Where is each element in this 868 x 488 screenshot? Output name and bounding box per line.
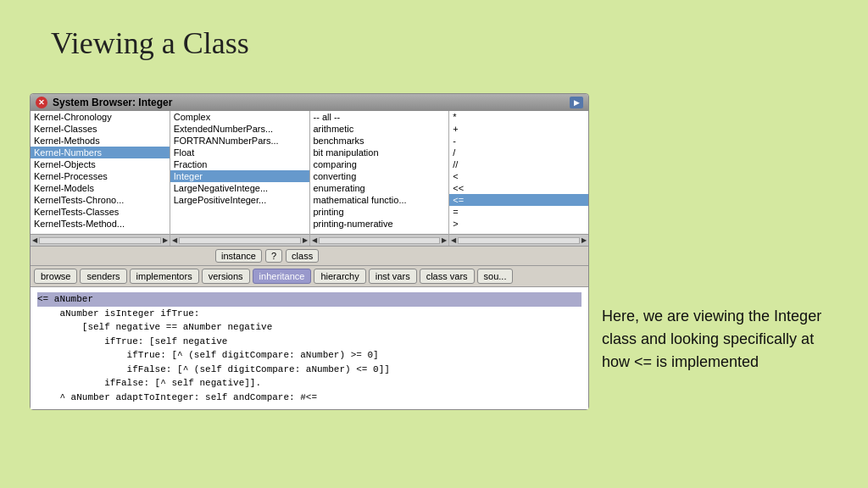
list-item[interactable]: FORTRANNumberPars... <box>170 135 309 147</box>
panel-col3-scrollbar: ◀ ▶ <box>310 234 449 246</box>
tab-class-vars[interactable]: class vars <box>420 269 475 284</box>
tab-implementors[interactable]: implementors <box>130 269 199 284</box>
list-item[interactable]: = <box>449 206 588 218</box>
list-item[interactable]: // <box>449 158 588 170</box>
list-item[interactable]: * <box>449 111 588 123</box>
tab-bar: browse senders implementors versions inh… <box>31 266 588 287</box>
list-item[interactable]: Kernel-Numbers <box>31 147 170 158</box>
list-item[interactable]: KernelTests-Method... <box>31 218 170 230</box>
list-item[interactable]: Kernel-Objects <box>31 158 170 170</box>
list-item[interactable]: << <box>449 182 588 194</box>
description-box: Here, we are viewing the Integer class a… <box>602 305 839 374</box>
list-item[interactable]: - <box>449 135 588 147</box>
list-item[interactable]: printing-numerative <box>310 218 449 230</box>
list-item[interactable]: < <box>449 170 588 182</box>
scroll-track[interactable] <box>458 237 580 244</box>
code-line: ^ aNumber adaptToInteger: self andCompar… <box>37 391 581 405</box>
list-item[interactable]: ExtendedNumberPars... <box>170 123 309 135</box>
scroll-left-arrow[interactable]: ◀ <box>312 236 317 244</box>
code-line: ifTrue: [self negative <box>37 335 581 349</box>
browser-title: System Browser: Integer <box>53 97 565 108</box>
code-line: [self negative == aNumber negative <box>37 320 581 335</box>
scroll-left-arrow[interactable]: ◀ <box>451 236 456 244</box>
panel-col4: * + - / // < << <= = > ◀ ▶ <box>449 111 588 246</box>
tab-hierarchy[interactable]: hierarchy <box>314 269 365 284</box>
list-item[interactable]: printing <box>310 206 449 218</box>
list-item[interactable]: Kernel-Classes <box>31 123 170 135</box>
panel-col2-list: Complex ExtendedNumberPars... FORTRANNum… <box>170 111 309 234</box>
scroll-track[interactable] <box>319 237 441 244</box>
panel-col4-scrollbar: ◀ ▶ <box>449 234 588 246</box>
tab-senders[interactable]: senders <box>80 269 126 284</box>
panel-col1-scrollbar: ◀ ▶ <box>31 234 170 246</box>
code-line: ifFalse: [^ (self digitCompare: aNumber)… <box>37 363 581 377</box>
instance-class-buttons: instance ? class <box>31 247 588 266</box>
list-item[interactable]: <= <box>449 194 588 206</box>
tab-browse[interactable]: browse <box>34 269 77 284</box>
scroll-left-arrow[interactable]: ◀ <box>172 236 177 244</box>
list-item[interactable]: KernelTests-Chrono... <box>31 194 170 206</box>
browser-panels: Kernel-Chronology Kernel-Classes Kernel-… <box>31 111 588 247</box>
scroll-right-arrow[interactable]: ▶ <box>581 236 587 244</box>
code-line: <= aNumber <box>37 292 581 307</box>
panel-col4-list: * + - / // < << <= = > <box>449 111 588 234</box>
list-item[interactable]: Fraction <box>170 158 309 170</box>
list-item[interactable]: / <box>449 147 588 158</box>
scroll-right-arrow[interactable]: ▶ <box>163 236 168 244</box>
scroll-track[interactable] <box>179 237 301 244</box>
close-button[interactable]: ✕ <box>36 97 47 108</box>
list-item[interactable]: Kernel-Methods <box>31 135 170 147</box>
tab-versions[interactable]: versions <box>202 269 250 284</box>
list-item[interactable]: comparing <box>310 158 449 170</box>
list-item[interactable]: + <box>449 123 588 135</box>
panel-col3-list: -- all -- arithmetic benchmarks bit mani… <box>310 111 449 234</box>
code-line: ifFalse: [^ self negative]]. <box>37 376 581 391</box>
code-area: <= aNumber aNumber isInteger ifTrue: [se… <box>31 287 588 409</box>
panel-col1: Kernel-Chronology Kernel-Classes Kernel-… <box>31 111 170 246</box>
list-item[interactable]: enumerating <box>310 182 449 194</box>
list-item[interactable]: LargeNegativeIntege... <box>170 182 309 194</box>
list-item[interactable]: arithmetic <box>310 123 449 135</box>
panel-col1-list: Kernel-Chronology Kernel-Classes Kernel-… <box>31 111 170 234</box>
class-button[interactable]: class <box>286 249 319 263</box>
panel-col2: Complex ExtendedNumberPars... FORTRANNum… <box>170 111 310 246</box>
list-item[interactable]: Kernel-Processes <box>31 170 170 182</box>
code-line: ifTrue: [^ (self digitCompare: aNumber) … <box>37 348 581 363</box>
instance-button[interactable]: instance <box>215 249 262 263</box>
list-item[interactable]: > <box>449 218 588 230</box>
panel-col2-scrollbar: ◀ ▶ <box>170 234 309 246</box>
description-text: Here, we are viewing the Integer class a… <box>602 308 821 370</box>
list-item[interactable]: bit manipulation <box>310 147 449 158</box>
scroll-track[interactable] <box>39 237 161 244</box>
tab-inst-vars[interactable]: inst vars <box>369 269 417 284</box>
list-item[interactable]: KernelTests-Classes <box>31 206 170 218</box>
code-line: aNumber isInteger ifTrue: <box>37 307 581 321</box>
scroll-right-arrow[interactable]: ▶ <box>442 236 447 244</box>
list-item[interactable]: -- all -- <box>310 111 449 123</box>
panel-col3: -- all -- arithmetic benchmarks bit mani… <box>310 111 450 246</box>
tab-inheritance[interactable]: inheritance <box>253 269 312 284</box>
list-item[interactable]: converting <box>310 170 449 182</box>
list-item[interactable]: Kernel-Models <box>31 182 170 194</box>
scroll-right-arrow[interactable]: ▶ <box>303 236 308 244</box>
list-item[interactable]: LargePositiveInteger... <box>170 194 309 206</box>
system-browser: ✕ System Browser: Integer ▶ Kernel-Chron… <box>30 93 589 410</box>
list-item[interactable]: mathematical functio... <box>310 194 449 206</box>
list-item[interactable]: Complex <box>170 111 309 123</box>
browser-titlebar: ✕ System Browser: Integer ▶ <box>31 94 588 111</box>
scroll-left-arrow[interactable]: ◀ <box>32 236 37 244</box>
list-item[interactable]: Integer <box>170 170 309 182</box>
list-item[interactable]: benchmarks <box>310 135 449 147</box>
tab-sou[interactable]: sou... <box>477 269 514 284</box>
list-item[interactable]: Float <box>170 147 309 158</box>
slide-title: Viewing a Class <box>51 25 249 61</box>
scroll-right-button[interactable]: ▶ <box>570 97 583 108</box>
question-button[interactable]: ? <box>265 249 282 263</box>
list-item[interactable]: Kernel-Chronology <box>31 111 170 123</box>
